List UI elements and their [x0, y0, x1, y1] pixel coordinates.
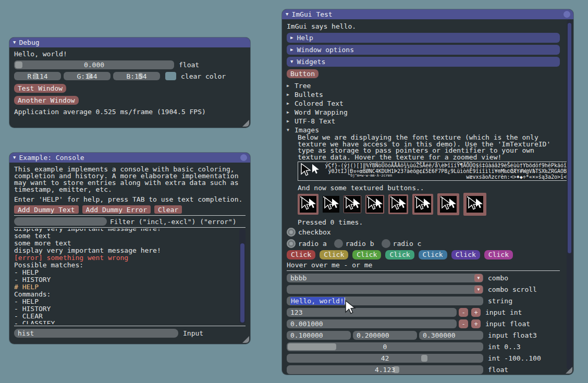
- image-button[interactable]: [298, 194, 318, 215]
- float-slider-value: 0.000: [14, 61, 174, 69]
- image-button[interactable]: [344, 195, 361, 213]
- debug-titlebar[interactable]: ▼ Debug: [9, 38, 250, 47]
- resize-grip[interactable]: [242, 120, 249, 127]
- images-description-line: texture data. Hover the texture for a zo…: [298, 154, 560, 161]
- combo-scroll-box[interactable]: ▼: [287, 285, 483, 294]
- combo-value: bbbb: [287, 274, 307, 282]
- click-button-teal[interactable]: Click: [385, 250, 414, 260]
- image-button[interactable]: [437, 193, 459, 215]
- chevron-down-icon: ▼: [477, 288, 480, 292]
- checkbox[interactable]: [287, 228, 296, 237]
- log-line: some text: [14, 232, 237, 240]
- radio-a[interactable]: [287, 239, 296, 248]
- header-widgets[interactable]: ▼ Widgets: [287, 57, 560, 67]
- combo-arrow-button[interactable]: ▼: [474, 286, 483, 293]
- input-float-field[interactable]: 0.001000: [287, 319, 457, 328]
- checkbox-label: checkbox: [298, 228, 331, 236]
- another-window-button[interactable]: Another Window: [14, 96, 79, 105]
- resize-grip[interactable]: [242, 336, 249, 343]
- hover-text[interactable]: Hover over me - or me: [287, 262, 560, 268]
- console-log-region[interactable]: display very important message here! som…: [14, 229, 246, 324]
- image-button[interactable]: [388, 194, 408, 214]
- decrement-button[interactable]: -: [459, 319, 468, 328]
- test-window-button[interactable]: Test Window: [14, 84, 66, 93]
- input-float3-field-x[interactable]: 0.100000: [287, 331, 351, 340]
- green-value: G:144: [64, 72, 111, 80]
- log-line: - CLASSIFY: [14, 320, 237, 324]
- radio-row: radio a radio b radio c: [287, 239, 560, 248]
- console-input-value: hist: [14, 329, 34, 337]
- input-int-value: 123: [287, 308, 302, 316]
- combo-box[interactable]: bbbb ▼: [287, 274, 483, 282]
- slider-int4[interactable]: 0: [287, 342, 483, 351]
- input-float3-field-y[interactable]: 0.200000: [353, 331, 417, 340]
- add-dummy-text-button[interactable]: Add Dummy Text: [14, 205, 79, 214]
- textured-buttons-text: And now some textured buttons..: [298, 184, 560, 191]
- scrollbar-thumb[interactable]: [240, 243, 244, 323]
- click-button-purple[interactable]: Click: [451, 250, 480, 260]
- scrollbar-thumb[interactable]: [568, 23, 571, 253]
- header-help[interactable]: ▶ Help: [287, 33, 560, 43]
- input-float3-value: 0.100000: [287, 331, 323, 339]
- radio-b[interactable]: [334, 239, 343, 248]
- green-slider[interactable]: G:144: [64, 72, 111, 80]
- increment-button[interactable]: +: [471, 319, 481, 328]
- click-button-yellow[interactable]: Click: [320, 250, 348, 260]
- clear-color-swatch[interactable]: [165, 72, 176, 80]
- tree-node-colored-text[interactable]: ▶ Colored Text: [287, 99, 560, 108]
- header-label: Help: [297, 34, 313, 42]
- image-button[interactable]: [463, 193, 486, 216]
- click-button-green[interactable]: Click: [352, 250, 381, 260]
- slider-float[interactable]: 4.123: [287, 365, 483, 374]
- console-input[interactable]: hist: [14, 329, 178, 338]
- collapse-arrow-icon[interactable]: ▼: [13, 40, 16, 45]
- console-titlebar[interactable]: ▼ Example: Console: [9, 153, 250, 163]
- tree-node-tree[interactable]: ▶ Tree: [287, 81, 560, 90]
- log-line: - HELP: [14, 298, 237, 305]
- collapsed-arrow-icon: ▶: [287, 119, 292, 123]
- scrollbar-track[interactable]: [567, 20, 572, 369]
- resize-grip[interactable]: [566, 367, 572, 374]
- imgui-titlebar[interactable]: ▼ ImGui Test: [282, 9, 573, 19]
- radio-c[interactable]: [382, 239, 390, 248]
- add-dummy-error-button[interactable]: Add Dummy Error: [82, 205, 151, 214]
- click-button-blue[interactable]: Click: [419, 250, 447, 260]
- clear-color-label: clear color: [181, 72, 226, 80]
- click-button-red[interactable]: Click: [287, 250, 315, 260]
- slider-float-row: 4.123 float: [287, 365, 560, 374]
- tree-node-utf8-text[interactable]: ▶ UTF-8 Text: [287, 117, 560, 126]
- filter-input[interactable]: [14, 217, 107, 226]
- debug-window: ▼ Debug Hello, world! 0.000 float R:114 …: [9, 38, 250, 128]
- scrollbar-track[interactable]: [239, 229, 246, 324]
- close-icon[interactable]: [564, 11, 570, 18]
- decrement-button[interactable]: -: [459, 308, 468, 317]
- float-slider[interactable]: 0.000: [14, 60, 174, 69]
- click-button-magenta[interactable]: Click: [484, 250, 513, 260]
- tree-node-bullets[interactable]: ▶ Bullets: [287, 90, 560, 99]
- log-line: some more text: [14, 240, 237, 247]
- tree-node-label: Tree: [295, 82, 311, 90]
- radio-a-label: radio a: [298, 240, 327, 248]
- string-input[interactable]: Hello, world!: [287, 296, 483, 305]
- input-int-row: 123 - + input int: [287, 308, 560, 317]
- slider-int200[interactable]: 42: [287, 354, 483, 363]
- input-float3-field-z[interactable]: 0.300000: [419, 331, 483, 340]
- image-button[interactable]: [365, 195, 384, 214]
- image-button[interactable]: [323, 196, 339, 213]
- image-button[interactable]: [412, 194, 433, 215]
- collapse-arrow-icon[interactable]: ▼: [286, 12, 288, 17]
- increment-button[interactable]: +: [471, 308, 481, 317]
- collapse-arrow-icon[interactable]: ▼: [13, 155, 16, 160]
- combo-arrow-button[interactable]: ▼: [474, 274, 483, 282]
- header-window-options[interactable]: ▶ Window options: [287, 45, 560, 55]
- collapsed-arrow-icon: ▶: [287, 102, 292, 106]
- close-icon[interactable]: [240, 154, 247, 161]
- clear-button[interactable]: Clear: [154, 205, 182, 214]
- input-int-field[interactable]: 123: [287, 308, 457, 317]
- red-slider[interactable]: R:114: [14, 72, 61, 80]
- button-widget[interactable]: Button: [287, 69, 318, 78]
- blue-slider[interactable]: B:154: [113, 72, 160, 80]
- font-texture-image[interactable]: ýÇf}-(ýj()[]‖%ÝBÑòÛöóÄÅÀô¾¼ùúŽŠÅéê/å\èÞî…: [298, 162, 568, 181]
- cursor-texture-icon: [366, 196, 383, 213]
- tree-node-word-wrapping[interactable]: ▶ Word Wrapping: [287, 108, 560, 117]
